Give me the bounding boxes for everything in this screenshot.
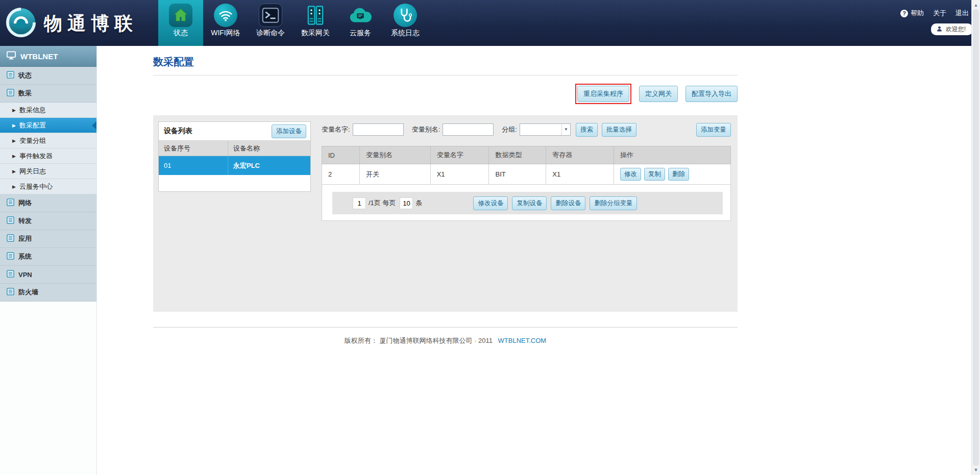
delete-group-vars-button[interactable]: 删除分组变量 bbox=[590, 196, 637, 210]
header-links: ? 帮助 关于 退出 bbox=[900, 9, 969, 18]
list-icon bbox=[7, 270, 14, 279]
sidebar-item-app[interactable]: 应用 bbox=[0, 230, 96, 248]
variable-alias-input[interactable] bbox=[443, 123, 494, 136]
list-icon bbox=[7, 89, 14, 98]
tab-status[interactable]: 状态 bbox=[158, 0, 203, 46]
sidebar-item-label: 系统 bbox=[18, 252, 32, 261]
logout-link[interactable]: 退出 bbox=[955, 9, 969, 18]
copy-device-button[interactable]: 复制设备 bbox=[512, 196, 547, 210]
sidebar-item-label: 事件触发器 bbox=[19, 152, 53, 161]
scroll-down-arrow-icon[interactable]: ▼ bbox=[972, 466, 980, 474]
sidebar-item-status[interactable]: 状态 bbox=[0, 67, 96, 85]
device-name-column-header: 设备名称 bbox=[228, 141, 310, 156]
group-label: 分组: bbox=[502, 125, 517, 134]
stethoscope-icon bbox=[394, 4, 417, 27]
add-device-button[interactable]: 添加设备 bbox=[272, 124, 306, 138]
tab-cloud[interactable]: 云服务 bbox=[338, 0, 383, 46]
sidebar-item-gateway-log[interactable]: ▶ 网关日志 bbox=[0, 164, 96, 179]
sidebar-header-label: WTBLNET bbox=[20, 52, 58, 61]
tab-syslog[interactable]: 系统日志 bbox=[383, 0, 428, 46]
page-title: 数采配置 bbox=[153, 55, 738, 69]
cell-alias: 开关 bbox=[359, 164, 430, 185]
triangle-bullet-icon: ▶ bbox=[12, 138, 16, 143]
sidebar-item-daq-info[interactable]: ▶ 数采信息 bbox=[0, 103, 96, 118]
page-root: 物通博联 状态 bbox=[0, 0, 980, 475]
top-header: 物通博联 状态 bbox=[0, 0, 980, 46]
config-import-export-button[interactable]: 配置导入导出 bbox=[685, 86, 738, 102]
delete-device-button[interactable]: 删除设备 bbox=[551, 196, 585, 210]
sidebar-item-variable-group[interactable]: ▶ 变量分组 bbox=[0, 133, 96, 148]
variable-filter-bar: 变量名字: 变量别名: 分组: ▼ 搜索 批量选择 添加变量 bbox=[322, 122, 731, 137]
row-action-buttons: 修改 复制 删除 bbox=[620, 168, 730, 181]
sidebar-item-forward[interactable]: 转发 bbox=[0, 212, 96, 230]
define-gateway-button[interactable]: 定义网关 bbox=[639, 86, 678, 102]
sidebar-item-vpn[interactable]: VPN bbox=[0, 266, 96, 284]
copy-variable-button[interactable]: 复制 bbox=[644, 168, 665, 181]
sidebar-item-firewall[interactable]: 防火墙 bbox=[0, 284, 96, 302]
device-row-selected[interactable]: 01 永宏PLC bbox=[159, 156, 310, 175]
sidebar-item-label: 网关日志 bbox=[19, 167, 46, 176]
tab-cloud-label: 云服务 bbox=[338, 29, 383, 38]
sidebar-item-network[interactable]: 网络 bbox=[0, 194, 96, 212]
sidebar-item-label: 转发 bbox=[18, 216, 32, 226]
edit-device-button[interactable]: 修改设备 bbox=[473, 196, 508, 210]
cell-datatype: BIT bbox=[489, 164, 546, 185]
terminal-icon bbox=[259, 4, 282, 27]
delete-variable-button[interactable]: 删除 bbox=[668, 168, 689, 181]
sidebar-item-label: 变量分组 bbox=[19, 136, 46, 145]
scrollbar-thumb[interactable] bbox=[973, 9, 979, 466]
group-select[interactable]: ▼ bbox=[520, 123, 571, 136]
brand-logo: 物通博联 bbox=[5, 7, 138, 40]
page-scrollbar[interactable]: ▲ ▼ bbox=[971, 0, 980, 475]
col-datatype-header: 数据类型 bbox=[489, 146, 546, 164]
variable-row: 2 开关 X1 BIT X1 修改 复制 删除 bbox=[322, 164, 731, 185]
tab-diagnostic[interactable]: 诊断命令 bbox=[248, 0, 293, 46]
variable-panel: 变量名字: 变量别名: 分组: ▼ 搜索 批量选择 添加变量 bbox=[322, 122, 731, 221]
scroll-up-arrow-icon[interactable]: ▲ bbox=[972, 1, 980, 9]
tab-gateway[interactable]: 数采网关 bbox=[293, 0, 338, 46]
edit-variable-button[interactable]: 修改 bbox=[620, 168, 641, 181]
device-no-cell: 01 bbox=[159, 162, 228, 169]
list-icon bbox=[7, 288, 14, 297]
variable-table: ID 变量别名 变量名字 数据类型 寄存器 操作 2 开关 X1 bbox=[322, 146, 731, 185]
col-name-header: 变量名字 bbox=[430, 146, 489, 164]
variable-name-input[interactable] bbox=[353, 123, 404, 136]
footer-link[interactable]: WTBLNET.COM bbox=[498, 337, 547, 344]
triangle-bullet-icon: ▶ bbox=[12, 169, 16, 174]
sidebar-item-label: 数采信息 bbox=[19, 106, 46, 115]
sidebar-item-cloud-center[interactable]: ▶ 云服务中心 bbox=[0, 179, 96, 194]
help-link[interactable]: ? 帮助 bbox=[900, 9, 924, 18]
sidebar-item-system[interactable]: 系统 bbox=[0, 248, 96, 266]
sidebar-item-label: 云服务中心 bbox=[19, 182, 53, 191]
sidebar-item-label: 应用 bbox=[18, 234, 32, 243]
batch-select-button[interactable]: 批量选择 bbox=[602, 123, 636, 137]
copyright-text: 版权所有： 厦门物通博联网络科技有限公司 · 2011 bbox=[345, 337, 493, 344]
device-list-title: 设备列表 bbox=[164, 127, 192, 136]
device-list-empty-area bbox=[159, 175, 310, 191]
sidebar-item-label: 数采配置 bbox=[19, 121, 46, 130]
user-icon bbox=[936, 26, 943, 34]
table-footer: /1页 每页 条 修改设备 复制设备 删除设备 删除分组变量 bbox=[322, 185, 731, 221]
chevron-down-icon: ▼ bbox=[561, 124, 570, 135]
tab-wifi[interactable]: WIFI网络 bbox=[203, 0, 248, 46]
monitor-icon bbox=[7, 51, 16, 61]
page-size-input[interactable] bbox=[400, 197, 413, 209]
triangle-bullet-icon: ▶ bbox=[12, 108, 16, 113]
restart-collector-button[interactable]: 重启采集程序 bbox=[577, 86, 629, 102]
tab-gateway-label: 数采网关 bbox=[293, 29, 338, 38]
sidebar-item-label: VPN bbox=[18, 271, 32, 279]
cell-name: X1 bbox=[430, 164, 489, 185]
sidebar-item-label: 网络 bbox=[18, 198, 32, 208]
sidebar-item-event-trigger[interactable]: ▶ 事件触发器 bbox=[0, 148, 96, 164]
variable-name-label: 变量名字: bbox=[322, 125, 350, 134]
page-number-input[interactable] bbox=[353, 197, 366, 209]
sidebar-item-daq-config[interactable]: ▶ 数采配置 bbox=[0, 118, 96, 133]
welcome-pill[interactable]: 欢迎您! bbox=[931, 23, 973, 35]
variable-table-header-row: ID 变量别名 变量名字 数据类型 寄存器 操作 bbox=[322, 146, 731, 164]
footer-divider bbox=[153, 327, 738, 328]
about-link[interactable]: 关于 bbox=[933, 9, 946, 18]
add-variable-button[interactable]: 添加变量 bbox=[696, 123, 731, 137]
search-button[interactable]: 搜索 bbox=[576, 123, 598, 137]
device-table-header: 设备序号 设备名称 bbox=[159, 141, 310, 156]
sidebar-item-daq[interactable]: 数采 bbox=[0, 85, 96, 103]
